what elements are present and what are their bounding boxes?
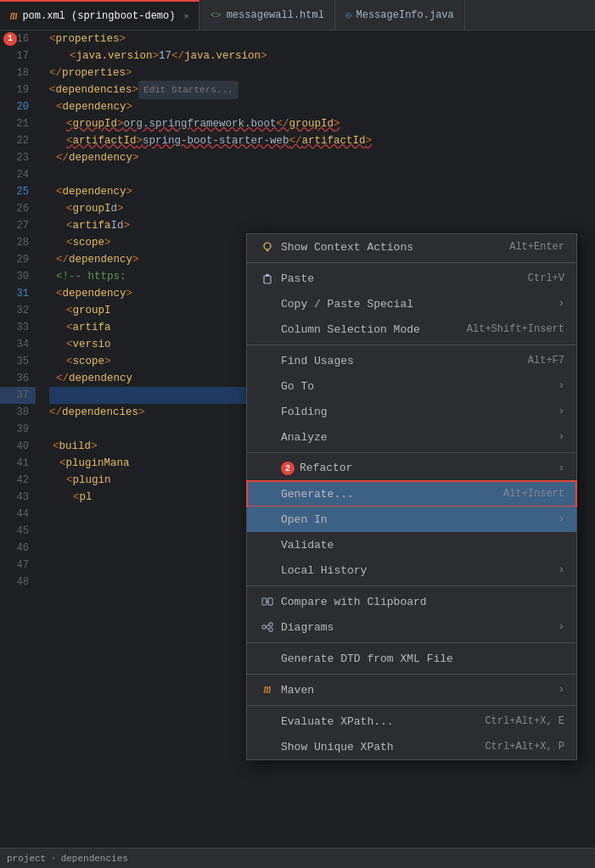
menu-sep-4 [247,585,576,586]
svg-line-11 [266,624,269,627]
java-icon: ◎ [345,9,351,20]
line-27: 27 [0,217,36,234]
menu-generate-dtd[interactable]: Generate DTD from XML File [247,646,576,671]
tab-pom-label: pom.xml (springboot-demo) [22,10,175,22]
copy-paste-icon [259,295,276,312]
menu-find-usages[interactable]: Find Usages Alt+F7 [247,348,576,373]
line-38: 38 [0,404,36,421]
menu-diagrams[interactable]: Diagrams › [247,614,576,640]
generate-icon [259,485,276,502]
menu-sep-2 [247,344,576,345]
line-17: 17 [0,48,36,64]
open-in-arrow: › [559,513,564,525]
analyze-arrow: › [559,431,564,443]
show-context-actions-label: Show Context Actions [281,241,509,254]
analyze-label: Analyze [281,431,559,444]
tab-messageinfo[interactable]: ◎ MessageInfo.java [335,0,465,30]
menu-local-history[interactable]: Local History › [247,557,576,583]
svg-rect-8 [262,625,266,629]
validate-icon [259,536,276,553]
paste-label: Paste [281,272,528,285]
maven-arrow: › [559,684,564,696]
evaluate-xpath-label: Evaluate XPath... [281,715,485,728]
paste-shortcut: Ctrl+V [528,272,564,284]
menu-column-selection[interactable]: Column Selection Mode Alt+Shift+Insert [247,316,576,342]
menu-show-context-actions[interactable]: Show Context Actions Alt+Enter [247,234,576,260]
line-46: 46 [0,540,36,557]
evaluate-xpath-shortcut: Ctrl+Alt+X, E [485,715,564,727]
local-history-label: Local History [281,564,559,577]
tab-messagewall-label: messagewall.html [227,9,324,21]
menu-show-unique-xpath[interactable]: Show Unique XPath Ctrl+Alt+X, P [247,734,576,759]
line-19: 19 [0,81,36,98]
context-menu: Show Context Actions Alt+Enter Paste Ctr… [246,233,577,760]
column-selection-label: Column Selection Mode [281,323,467,336]
line-32: 32 [0,302,36,319]
svg-rect-9 [269,623,272,626]
copy-paste-arrow: › [559,298,564,310]
menu-paste[interactable]: Paste Ctrl+V [247,266,576,291]
maven-menu-icon: m [259,681,276,698]
menu-validate[interactable]: Validate [247,532,576,557]
tab-pom[interactable]: m pom.xml (springboot-demo) ✕ [0,0,199,30]
folding-arrow: › [559,406,564,417]
status-path-project[interactable]: project [7,854,46,864]
generate-label: Generate... [281,488,503,501]
menu-open-in[interactable]: Open In › [247,507,576,532]
menu-copy-paste-special[interactable]: Copy / Paste Special › [247,291,576,316]
menu-go-to[interactable]: Go To › [247,373,576,399]
menu-maven[interactable]: m Maven › [247,677,576,703]
line-44: 44 [0,506,36,523]
paste-icon [259,270,276,287]
menu-sep-6 [247,674,576,675]
local-history-arrow: › [559,564,564,576]
evaluate-xpath-icon [259,713,276,730]
local-history-icon [259,562,276,579]
svg-line-12 [266,627,269,630]
show-context-actions-shortcut: Alt+Enter [509,241,564,253]
diagrams-label: Diagrams [281,621,559,634]
diagrams-arrow: › [559,621,564,633]
menu-analyze[interactable]: Analyze › [247,424,576,450]
svg-point-0 [264,243,271,249]
generate-dtd-icon [259,650,276,667]
find-usages-shortcut: Alt+F7 [528,355,564,367]
code-line-18: </properties> [49,64,595,81]
show-unique-xpath-icon [259,738,276,755]
line-33: 33 [0,319,36,336]
line-40: 40 [0,438,36,455]
status-path-dependencies[interactable]: dependencies [61,854,128,864]
open-in-label: Open In [281,513,559,526]
line-43: 43 [0,489,36,506]
menu-refactor[interactable]: 2Refactor › [247,456,576,481]
code-line-24 [49,166,595,183]
line-21: 21 [0,115,36,132]
tab-messagewall[interactable]: <> messagewall.html [199,0,334,30]
code-line-21: <groupId>org.springframework.boot</group… [49,115,595,132]
line-23: 23 [0,149,36,166]
edit-starters-button[interactable]: Edit Starters... [138,81,239,99]
tab-pom-close[interactable]: ✕ [183,11,188,21]
line-18: 18 [0,64,36,81]
menu-compare-clipboard[interactable]: Compare with Clipboard [247,589,576,614]
line-36: 36 [0,370,36,387]
status-separator: › [51,854,55,863]
refactor-arrow: › [559,462,564,474]
diagrams-icon [259,619,276,636]
menu-sep-5 [247,642,576,643]
code-line-26: <groupId> [49,200,595,217]
validate-label: Validate [281,539,564,552]
compare-icon [259,593,276,610]
copy-paste-label: Copy / Paste Special [281,298,559,311]
line-24: 24 [0,166,36,183]
menu-generate[interactable]: Generate... Alt+Insert [247,481,576,507]
line-48: 48 [0,574,36,591]
maven-icon: m [10,9,17,23]
go-to-arrow: › [559,380,564,392]
code-line-25: <dependency> [49,183,595,200]
line-47: 47 [0,557,36,574]
menu-evaluate-xpath[interactable]: Evaluate XPath... Ctrl+Alt+X, E [247,708,576,734]
menu-folding[interactable]: Folding › [247,399,576,424]
line-29: 29 [0,251,36,268]
line-39: 39 [0,421,36,438]
